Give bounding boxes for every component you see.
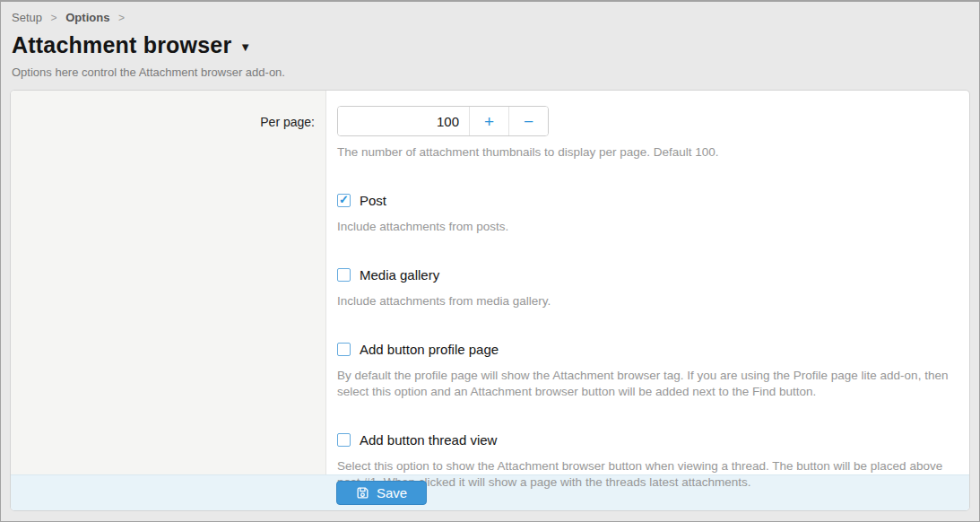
control-column: + − The number of attachment thumbnails … — [326, 91, 969, 474]
checkbox-row: Add button profile page By default the p… — [337, 342, 957, 400]
breadcrumb: Setup > Options > — [12, 11, 968, 24]
checkbox-description: By default the profile page will show th… — [337, 368, 957, 400]
checkbox-row: Post Include attachments from posts. — [337, 193, 957, 235]
checkbox-label: Add button thread view — [360, 432, 497, 448]
admin-options-page: Setup > Options > Attachment browser ▼ O… — [0, 0, 980, 522]
checkbox-icon[interactable] — [337, 343, 351, 356]
checkbox-row: Add button thread view Select this optio… — [337, 432, 957, 491]
save-icon — [356, 486, 369, 500]
options-form-body: Per page: + − The number of attachment t… — [11, 91, 969, 474]
checkbox-description: Include attachments from posts. — [337, 219, 957, 235]
chevron-down-icon: ▼ — [239, 37, 251, 54]
per-page-label: Per page: — [260, 115, 315, 129]
checkbox-label: Add button profile page — [360, 342, 499, 357]
breadcrumb-options[interactable]: Options — [65, 11, 109, 24]
page-title: Attachment browser — [12, 32, 231, 58]
breadcrumb-separator-icon: > — [51, 12, 57, 24]
breadcrumb-separator-icon: > — [118, 12, 125, 24]
checkbox-icon[interactable] — [337, 433, 351, 447]
per-page-input[interactable] — [338, 107, 469, 135]
checkbox-icon[interactable] — [337, 194, 351, 207]
page-subtitle: Options here control the Attachment brow… — [12, 65, 968, 79]
options-panel: Per page: + − The number of attachment t… — [10, 90, 970, 511]
per-page-spinner: + − — [337, 106, 549, 136]
page-header: Setup > Options > Attachment browser ▼ O… — [1, 2, 979, 79]
save-button-label: Save — [377, 485, 407, 500]
checkbox-option-post[interactable]: Post — [337, 193, 386, 208]
label-column: Per page: — [11, 91, 326, 474]
checkbox-label: Media gallery — [360, 267, 439, 283]
checkbox-icon[interactable] — [337, 268, 351, 282]
save-button[interactable]: Save — [336, 481, 427, 505]
checkbox-option-media-gallery[interactable]: Media gallery — [337, 267, 439, 283]
checkbox-description: Include attachments from media gallery. — [337, 293, 957, 309]
increment-button[interactable]: + — [469, 107, 508, 135]
checkbox-rows: Post Include attachments from posts. Med… — [337, 193, 957, 491]
page-title-dropdown[interactable]: Attachment browser ▼ — [12, 32, 251, 58]
decrement-button[interactable]: − — [508, 107, 548, 135]
checkbox-option-add-button-thread-view[interactable]: Add button thread view — [337, 432, 497, 448]
checkbox-option-add-button-profile-page[interactable]: Add button profile page — [337, 342, 499, 357]
checkbox-row: Media gallery Include attachments from m… — [337, 267, 957, 309]
checkbox-description: Select this option to show the Attachmen… — [337, 458, 957, 491]
checkbox-label: Post — [360, 193, 386, 208]
per-page-description: The number of attachment thumbnails to d… — [337, 144, 957, 161]
breadcrumb-setup[interactable]: Setup — [12, 11, 42, 24]
